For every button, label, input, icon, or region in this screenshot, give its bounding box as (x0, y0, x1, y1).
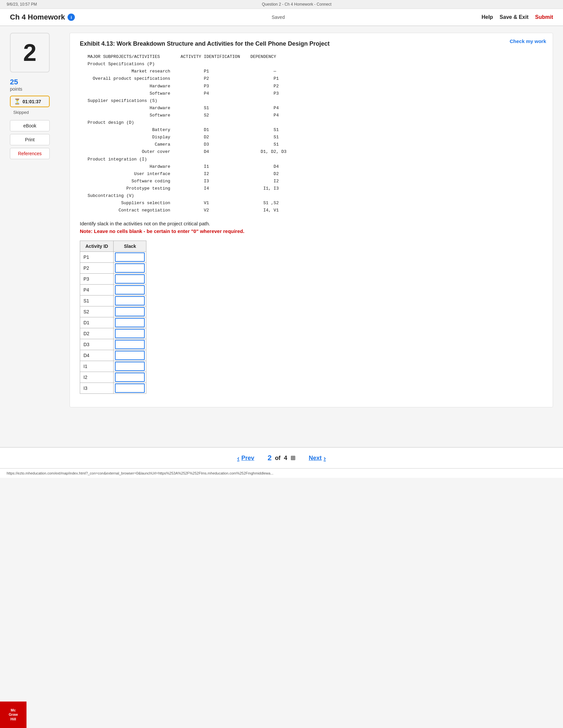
slack-input-table: Activity ID Slack P1P2P3P4S1S2D1D2D3D4I1… (80, 241, 146, 394)
table-row: P3 (80, 274, 146, 285)
current-page: 2 (267, 454, 271, 462)
note-text: Note: Leave no cells blank - be certain … (80, 228, 543, 234)
activity-id-cell: I2 (80, 372, 114, 383)
app-header: Ch 4 Homework i Saved Help Save & Exit S… (0, 9, 563, 26)
table-row: I3 (80, 383, 146, 394)
slack-input-D2[interactable] (115, 329, 145, 338)
table-row: D1 (80, 317, 146, 328)
prev-label: Prev (241, 455, 254, 462)
slack-input-D4[interactable] (115, 351, 145, 360)
points-label: points (10, 86, 63, 92)
slack-cell (114, 263, 146, 274)
saved-status: Saved (271, 15, 285, 20)
col-header-slack: Slack (114, 241, 146, 252)
col-header-activity-id: Activity ID (80, 241, 114, 252)
header-right: Help Save & Exit Submit (482, 14, 553, 20)
question-number: 2 (23, 39, 36, 66)
exhibit-title: Exhibit 4.13: Work Breakdown Structure a… (80, 40, 543, 48)
activity-id-cell: P4 (80, 285, 114, 296)
app-title: Ch 4 Homework (10, 13, 65, 22)
skipped-label: Skipped (13, 110, 63, 115)
browser-bar: 9/6/23, 10:57 PM Question 2 - Ch 4 Homew… (0, 0, 563, 9)
slack-input-S1[interactable] (115, 296, 145, 305)
table-row: D4 (80, 350, 146, 361)
activity-id-cell: D1 (80, 317, 114, 328)
prev-arrow-icon: ‹ (237, 454, 239, 462)
status-url: https://ezto.mheducation.com/ext/map/ind… (7, 471, 273, 475)
table-row: D3 (80, 339, 146, 350)
info-icon[interactable]: i (68, 14, 75, 21)
slack-input-P3[interactable] (115, 274, 145, 284)
activity-id-cell: P1 (80, 252, 114, 263)
slack-cell (114, 306, 146, 317)
activity-id-cell: I1 (80, 361, 114, 372)
slack-cell (114, 317, 146, 328)
sidebar: 2 25 points ⏳ 01:01:37 Skipped eBook Pri… (10, 33, 63, 407)
slack-cell (114, 252, 146, 263)
slack-input-D1[interactable] (115, 318, 145, 327)
slack-cell (114, 350, 146, 361)
slack-cell (114, 339, 146, 350)
next-arrow-icon: › (324, 454, 326, 462)
slack-cell (114, 296, 146, 306)
table-row: I1 (80, 361, 146, 372)
timer-icon: ⏳ (14, 98, 21, 105)
main-layout: 2 25 points ⏳ 01:01:37 Skipped eBook Pri… (0, 26, 563, 414)
slack-input-I1[interactable] (115, 362, 145, 371)
content-area: Check my work Exhibit 4.13: Work Breakdo… (70, 33, 553, 407)
references-button[interactable]: References (10, 148, 50, 159)
mcgraw-logo: Mc Graw Hill (0, 702, 26, 728)
instruction-text: Identify slack in the activities not on … (80, 221, 543, 226)
question-number-box: 2 (10, 33, 50, 72)
header-center: Saved (271, 15, 285, 20)
next-button[interactable]: Next › (309, 454, 326, 462)
check-my-work-button[interactable]: Check my work (510, 38, 546, 44)
table-row: I2 (80, 372, 146, 383)
grid-icon[interactable]: ⊞ (291, 454, 296, 462)
total-pages: 4 (284, 455, 287, 462)
slack-input-P2[interactable] (115, 263, 145, 273)
activity-id-cell: D3 (80, 339, 114, 350)
page-info: 2 of 4 ⊞ (267, 454, 296, 462)
prev-button[interactable]: ‹ Prev (237, 454, 254, 462)
timer-display: 01:01:37 (23, 99, 41, 104)
slack-input-I2[interactable] (115, 373, 145, 382)
slack-input-P4[interactable] (115, 285, 145, 295)
activity-id-cell: P3 (80, 274, 114, 285)
points-value: 25 (10, 78, 63, 86)
slack-cell (114, 285, 146, 296)
slack-input-S2[interactable] (115, 307, 145, 316)
print-button[interactable]: Print (10, 134, 50, 145)
activity-id-cell: S2 (80, 306, 114, 317)
submit-button[interactable]: Submit (535, 14, 553, 20)
browser-tab-title: Question 2 - Ch 4 Homework - Connect (262, 2, 332, 7)
exhibit-table: MAJOR SUBPROJECTS/ACTIVITIES ACTIVITY ID… (80, 53, 543, 214)
table-row: D2 (80, 328, 146, 339)
save-exit-button[interactable]: Save & Exit (500, 14, 529, 20)
slack-input-D3[interactable] (115, 340, 145, 349)
slack-input-I3[interactable] (115, 384, 145, 393)
table-row: P4 (80, 285, 146, 296)
help-button[interactable]: Help (482, 14, 493, 20)
mcgraw-bar: Mc Graw Hill https://ezto.mheducation.co… (0, 468, 563, 478)
activity-id-cell: D2 (80, 328, 114, 339)
header-left: Ch 4 Homework i (10, 13, 75, 22)
activity-id-cell: I3 (80, 383, 114, 394)
slack-input-P1[interactable] (115, 252, 145, 262)
timer-box: ⏳ 01:01:37 (10, 96, 50, 107)
activity-id-cell: P2 (80, 263, 114, 274)
activity-id-cell: D4 (80, 350, 114, 361)
table-row: P2 (80, 263, 146, 274)
slack-cell (114, 383, 146, 394)
next-label: Next (309, 455, 322, 462)
footer-nav: ‹ Prev 2 of 4 ⊞ Next › (0, 447, 563, 468)
slack-cell (114, 328, 146, 339)
activity-id-cell: S1 (80, 296, 114, 306)
browser-timestamp: 9/6/23, 10:57 PM (7, 2, 37, 7)
slack-cell (114, 372, 146, 383)
ebook-button[interactable]: eBook (10, 120, 50, 131)
table-row: P1 (80, 252, 146, 263)
table-row: S2 (80, 306, 146, 317)
table-row: S1 (80, 296, 146, 306)
slack-cell (114, 361, 146, 372)
